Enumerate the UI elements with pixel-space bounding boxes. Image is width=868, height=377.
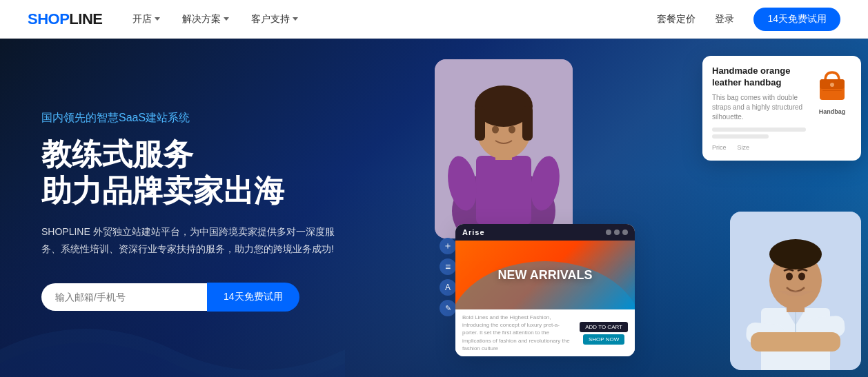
hero-title: 教练式服务 助力品牌卖家出海 [41,136,359,210]
nav-support[interactable]: 客户支持 [243,9,306,30]
svg-rect-9 [522,106,533,141]
woman-illustration [435,59,573,238]
sidebar-icon-text[interactable]: A [440,279,456,296]
nav-solutions[interactable]: 解决方案 [174,9,237,30]
sidebar-icon-add[interactable]: ＋ [440,238,456,254]
new-arrivals-text: NEW ARRIVALS [498,268,593,283]
hero-desc: SHOPLINE 外贸独立站建站平台，为中国跨境卖家提供多对一深度服务、系统性培… [41,223,345,258]
man-illustration [730,212,861,370]
handbag-svg [813,65,851,104]
shop-card-header: Arise [455,224,635,241]
product-title: Handmade orange leather handbag [712,65,806,89]
svg-point-27 [786,273,793,281]
hero-trial-button[interactable]: 14天免费试用 [207,283,299,312]
svg-point-14 [830,83,834,87]
shop-card-dots [606,230,628,235]
sidebar-icon-edit[interactable]: ✎ [440,300,456,316]
add-to-cart-button[interactable]: ADD TO CART [580,322,628,332]
chevron-down-icon [155,17,160,21]
logo-shop: SHOP [28,10,69,28]
product-lines [712,128,806,139]
nav-right: 套餐定价 登录 14天免费试用 [657,8,840,31]
size-label: Size [738,144,750,151]
sidebar-icon-menu[interactable]: ≡ [440,258,456,275]
shop-brand: Arise [462,228,485,236]
hero-section: 国内领先的智慧SaaS建站系统 教练式服务 助力品牌卖家出海 SHOPLINE … [0,39,868,377]
shop-now-button[interactable]: SHOP NOW [583,334,624,345]
shop-card: Arise NEW ARRIVALS Bold Lines and the Hi… [455,224,635,356]
hero-right: Handmade orange leather handbag This bag… [400,39,868,377]
trial-button[interactable]: 14天免费试用 [753,8,840,31]
price-label: Price [712,144,727,151]
hero-tag: 国内领先的智慧SaaS建站系统 [41,111,359,125]
shop-card-footer: Bold Lines and the Highest Fashion, intr… [455,309,635,356]
sidebar-icons: ＋ ≡ A ✎ [440,238,456,316]
hero-left: 国内领先的智慧SaaS建站系统 教练式服务 助力品牌卖家出海 SHOPLINE … [0,39,400,377]
nav-open[interactable]: 开店 [124,9,168,30]
chevron-down-icon [224,17,229,21]
man-card [730,212,861,370]
product-card: Handmade orange leather handbag This bag… [702,56,861,161]
product-line-short [712,134,769,139]
nav-links: 开店 解决方案 客户支持 [124,9,306,30]
pricing-link[interactable]: 套餐定价 [657,13,696,26]
shop-body-text: Bold Lines and the Highest Fashion, intr… [462,314,574,352]
logo-line: LINE [69,10,102,28]
dot-3 [622,230,628,235]
logo: SHOPLINE [28,10,102,28]
navbar: SHOPLINE 开店 解决方案 客户支持 套餐定价 登录 14天免费试用 [0,0,868,39]
chevron-down-icon [293,17,298,21]
svg-rect-15 [822,90,842,91]
svg-point-28 [798,273,805,281]
product-desc: This bag comes with double straps and a … [712,93,806,122]
product-price-row: Price Size [712,144,806,151]
shop-card-body: NEW ARRIVALS [455,241,635,309]
svg-rect-2 [476,156,531,225]
product-img-area: Handbag [813,65,851,115]
dot-1 [606,230,611,235]
dot-2 [614,230,620,235]
svg-rect-8 [475,106,485,141]
handbag-label: Handbag [819,108,846,115]
product-card-inner: Handmade orange leather handbag This bag… [712,65,851,151]
hero-input-row: 14天免费试用 [41,283,359,312]
svg-rect-21 [751,332,840,351]
svg-point-26 [769,239,822,269]
woman-card [435,59,573,238]
email-input[interactable] [41,283,207,311]
product-text: Handmade orange leather handbag This bag… [712,65,806,151]
svg-point-10 [492,126,499,134]
svg-point-11 [509,126,515,134]
login-button[interactable]: 登录 [707,9,742,30]
product-line [712,128,806,132]
